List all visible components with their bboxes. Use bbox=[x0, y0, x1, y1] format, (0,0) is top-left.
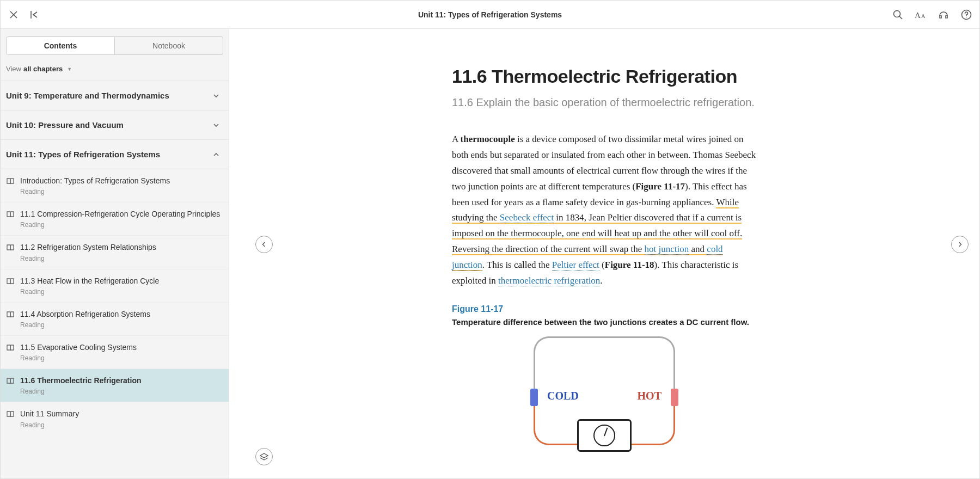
help-icon[interactable] bbox=[960, 8, 973, 21]
chevron-down-icon bbox=[212, 92, 220, 100]
view-selector[interactable]: View all chapters ▼ bbox=[1, 60, 229, 81]
toc-item-3[interactable]: 11.3 Heat Flow in the Refrigeration Cycl… bbox=[1, 269, 229, 303]
book-icon bbox=[6, 243, 15, 252]
section-subtitle: 11.6 Explain the basic operation of ther… bbox=[452, 95, 757, 110]
toc-type: Reading bbox=[20, 354, 137, 362]
link-thermoelectric-refrigeration[interactable]: thermoelectric refrigeration bbox=[498, 275, 600, 286]
chapter-unit-9[interactable]: Unit 9: Temperature and Thermodynamics bbox=[1, 81, 229, 110]
next-page-button[interactable] bbox=[951, 236, 969, 253]
tab-contents[interactable]: Contents bbox=[6, 36, 115, 55]
collapse-sidebar-icon[interactable] bbox=[28, 8, 41, 21]
figure-label: Figure 11-17 bbox=[452, 304, 757, 314]
chevron-up-icon bbox=[212, 151, 220, 158]
sidebar: Contents Notebook View all chapters ▼ Un… bbox=[1, 29, 229, 478]
reader-tool-button[interactable] bbox=[255, 448, 273, 465]
toc-type: Reading bbox=[20, 421, 79, 429]
content-area: 11.6 Thermoelectric Refrigeration 11.6 E… bbox=[229, 29, 979, 478]
toc-type: Reading bbox=[20, 288, 159, 296]
toc-item-7[interactable]: Unit 11 SummaryReading bbox=[1, 402, 229, 435]
toc-item-5[interactable]: 11.5 Evaporative Cooling SystemsReading bbox=[1, 336, 229, 369]
audio-icon[interactable] bbox=[937, 8, 950, 21]
book-icon bbox=[6, 210, 15, 219]
figure-diagram: COLD HOT bbox=[517, 336, 691, 445]
svg-text:A: A bbox=[915, 11, 921, 20]
toc-item-6[interactable]: 11.6 Thermoelectric RefrigerationReading bbox=[1, 369, 229, 402]
toc-title: Introduction: Types of Refrigeration Sys… bbox=[20, 176, 170, 186]
toc-title: 11.6 Thermoelectric Refrigeration bbox=[20, 376, 142, 385]
ammeter-icon bbox=[577, 419, 632, 452]
chevron-down-icon bbox=[212, 121, 220, 129]
cold-label: COLD bbox=[547, 390, 579, 402]
book-icon bbox=[6, 377, 15, 385]
toc-title: 11.5 Evaporative Cooling Systems bbox=[20, 342, 137, 352]
toc-type: Reading bbox=[20, 188, 170, 195]
view-value: all chapters bbox=[23, 65, 63, 73]
text-settings-icon[interactable]: AA bbox=[914, 8, 927, 21]
search-icon[interactable] bbox=[891, 8, 904, 21]
section-heading: 11.6 Thermoelectric Refrigeration bbox=[452, 66, 757, 87]
hot-label: HOT bbox=[638, 390, 661, 402]
toc-type: Reading bbox=[20, 221, 220, 229]
link-peltier-effect[interactable]: Peltier effect bbox=[552, 260, 599, 271]
caret-down-icon: ▼ bbox=[67, 66, 72, 72]
close-icon[interactable] bbox=[7, 8, 20, 21]
app-header: Unit 11: Types of Refrigeration Systems … bbox=[1, 1, 979, 29]
toc-title: 11.3 Heat Flow in the Refrigeration Cycl… bbox=[20, 276, 159, 286]
chapter-title: Unit 11: Types of Refrigeration Systems bbox=[6, 150, 160, 159]
book-icon bbox=[6, 343, 15, 352]
toc-title: 11.2 Refrigeration System Relationships bbox=[20, 242, 156, 252]
chapter-title: Unit 9: Temperature and Thermodynamics bbox=[6, 91, 169, 100]
chapter-unit-11[interactable]: Unit 11: Types of Refrigeration Systems bbox=[1, 140, 229, 169]
toc-title: Unit 11 Summary bbox=[20, 409, 79, 419]
toc-item-0[interactable]: Introduction: Types of Refrigeration Sys… bbox=[1, 169, 229, 202]
book-icon bbox=[6, 410, 15, 419]
toc-type: Reading bbox=[20, 255, 156, 262]
tab-notebook[interactable]: Notebook bbox=[115, 36, 223, 55]
hot-junction-marker bbox=[671, 389, 678, 406]
page-title: Unit 11: Types of Refrigeration Systems bbox=[418, 10, 562, 19]
svg-point-0 bbox=[894, 10, 901, 17]
toc-item-2[interactable]: 11.2 Refrigeration System RelationshipsR… bbox=[1, 236, 229, 269]
figure-caption: Temperature difference between the two j… bbox=[452, 317, 757, 327]
cold-junction-marker bbox=[530, 389, 538, 406]
toc-title: 11.4 Absorption Refrigeration Systems bbox=[20, 309, 150, 319]
book-icon bbox=[6, 277, 15, 286]
toc-type: Reading bbox=[20, 388, 142, 395]
book-icon bbox=[6, 310, 15, 319]
book-icon bbox=[6, 177, 15, 186]
chapter-title: Unit 10: Pressure and Vacuum bbox=[6, 120, 124, 130]
svg-point-4 bbox=[966, 16, 967, 17]
body-paragraph: A thermocouple is a device composed of t… bbox=[452, 132, 757, 289]
toc-title: 11.1 Compression-Refrigeration Cycle Ope… bbox=[20, 209, 220, 219]
toc-item-1[interactable]: 11.1 Compression-Refrigeration Cycle Ope… bbox=[1, 202, 229, 236]
link-hot-junction[interactable]: hot junction bbox=[645, 244, 689, 255]
chapter-unit-10[interactable]: Unit 10: Pressure and Vacuum bbox=[1, 110, 229, 139]
prev-page-button[interactable] bbox=[255, 236, 273, 253]
svg-text:A: A bbox=[921, 13, 926, 19]
toc-item-4[interactable]: 11.4 Absorption Refrigeration SystemsRea… bbox=[1, 303, 229, 336]
link-seebeck-effect[interactable]: Seebeck effect bbox=[500, 212, 554, 223]
view-label: View bbox=[6, 65, 21, 73]
toc-type: Reading bbox=[20, 321, 150, 329]
